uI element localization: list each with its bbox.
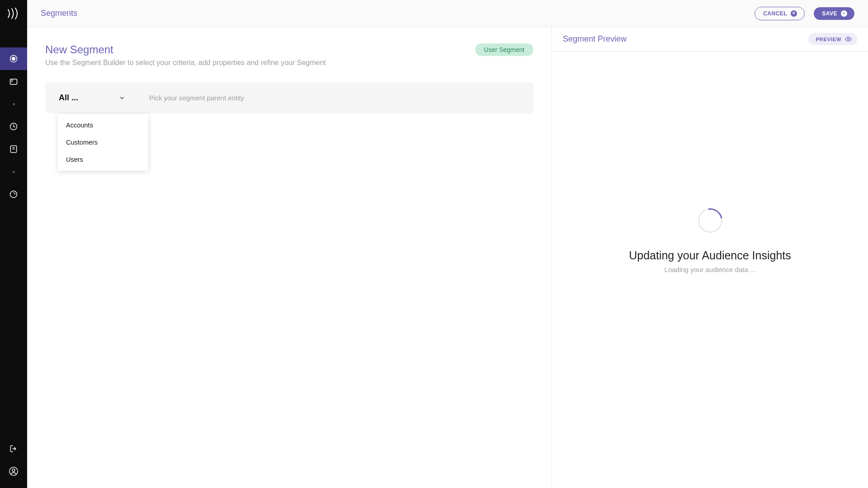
page-title: New Segment [45,43,326,56]
svg-point-1 [12,57,15,61]
segment-preview-panel: Segment Preview PREVIEW Updating your Au… [552,27,868,488]
preview-button-label: PREVIEW [816,37,841,42]
sidebar [0,0,27,488]
nav-item-5[interactable] [0,183,27,206]
entity-dropdown: Accounts Customers Users [58,114,148,171]
eye-icon [845,36,852,42]
dropdown-option-customers[interactable]: Customers [58,134,148,151]
save-button[interactable]: SAVE ✓ [814,7,854,20]
entity-row: All ... Pick your segment parent entity … [45,82,533,113]
save-button-label: SAVE [822,10,837,17]
chevron-down-icon [119,95,125,101]
entity-selector[interactable]: All ... [59,93,127,103]
segment-type-badge: User Segment [475,43,533,56]
nav-item-4[interactable] [0,138,27,160]
segment-builder: New Segment Use the Segment Builder to s… [27,27,552,488]
check-icon: ✓ [841,10,847,17]
nav-item-2[interactable] [0,70,27,93]
preview-title: Segment Preview [563,34,627,44]
nav-account[interactable] [0,460,27,483]
page-subtitle: Use the Segment Builder to select your c… [45,59,326,67]
nav-logout[interactable] [0,437,27,460]
preview-heading: Updating your Audience Insights [629,249,791,262]
svg-point-8 [848,38,849,40]
preview-button[interactable]: PREVIEW [808,33,857,45]
close-icon: ✕ [791,10,797,17]
entity-hint: Pick your segment parent entity [149,94,244,102]
cancel-button[interactable]: CANCEL ✕ [755,7,805,20]
svg-point-5 [10,191,17,198]
nav-separator-1 [0,93,27,115]
entity-selector-label: All ... [59,93,78,103]
nav-item-3[interactable] [0,115,27,138]
dropdown-option-users[interactable]: Users [58,151,148,168]
loading-spinner-icon [693,203,727,237]
breadcrumb[interactable]: Segments [41,9,745,18]
nav-segments[interactable] [0,47,27,70]
nav-separator-2 [0,160,27,183]
brand-logo[interactable] [0,0,27,27]
dropdown-option-accounts[interactable]: Accounts [58,117,148,134]
topbar: Segments CANCEL ✕ SAVE ✓ [27,0,868,27]
svg-point-7 [12,469,15,472]
cancel-button-label: CANCEL [763,10,787,17]
preview-subtext: Loading your audience data ... [665,266,756,273]
